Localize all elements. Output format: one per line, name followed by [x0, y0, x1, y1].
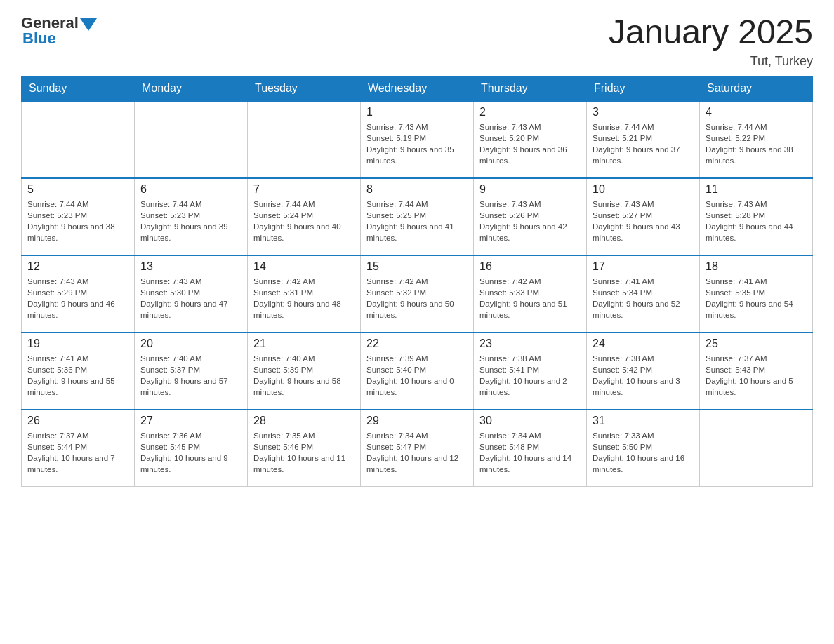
calendar-week-row: 5Sunrise: 7:44 AMSunset: 5:23 PMDaylight… — [22, 178, 813, 255]
day-number: 14 — [253, 260, 355, 273]
calendar-location: Tut, Turkey — [609, 54, 813, 69]
table-row: 6Sunrise: 7:44 AMSunset: 5:23 PMDaylight… — [135, 178, 248, 255]
col-sunday: Sunday — [22, 76, 135, 101]
table-row: 21Sunrise: 7:40 AMSunset: 5:39 PMDayligh… — [248, 333, 361, 410]
table-row: 17Sunrise: 7:41 AMSunset: 5:34 PMDayligh… — [587, 255, 700, 333]
table-row: 16Sunrise: 7:42 AMSunset: 5:33 PMDayligh… — [474, 255, 587, 333]
day-info: Sunrise: 7:37 AMSunset: 5:43 PMDaylight:… — [706, 353, 807, 398]
table-row: 19Sunrise: 7:41 AMSunset: 5:36 PMDayligh… — [22, 333, 135, 410]
day-number: 25 — [706, 337, 807, 350]
day-info: Sunrise: 7:35 AMSunset: 5:46 PMDaylight:… — [253, 430, 355, 475]
day-number: 23 — [479, 337, 581, 350]
table-row: 30Sunrise: 7:34 AMSunset: 5:48 PMDayligh… — [474, 410, 587, 487]
day-info: Sunrise: 7:43 AMSunset: 5:19 PMDaylight:… — [366, 121, 468, 166]
table-row: 28Sunrise: 7:35 AMSunset: 5:46 PMDayligh… — [248, 410, 361, 487]
table-row: 27Sunrise: 7:36 AMSunset: 5:45 PMDayligh… — [135, 410, 248, 487]
table-row: 13Sunrise: 7:43 AMSunset: 5:30 PMDayligh… — [135, 255, 248, 333]
day-info: Sunrise: 7:43 AMSunset: 5:20 PMDaylight:… — [479, 121, 581, 166]
day-info: Sunrise: 7:43 AMSunset: 5:28 PMDaylight:… — [706, 199, 807, 243]
day-info: Sunrise: 7:34 AMSunset: 5:47 PMDaylight:… — [366, 430, 468, 475]
table-row: 12Sunrise: 7:43 AMSunset: 5:29 PMDayligh… — [22, 255, 135, 333]
table-row: 18Sunrise: 7:41 AMSunset: 5:35 PMDayligh… — [700, 255, 813, 333]
day-number: 3 — [593, 106, 694, 119]
table-row — [248, 101, 361, 178]
logo-arrow-icon — [80, 18, 97, 31]
day-number: 8 — [366, 183, 468, 196]
day-number: 17 — [593, 260, 694, 273]
day-number: 6 — [140, 183, 241, 196]
day-info: Sunrise: 7:33 AMSunset: 5:50 PMDaylight:… — [593, 430, 694, 475]
table-row: 2Sunrise: 7:43 AMSunset: 5:20 PMDaylight… — [474, 101, 587, 178]
day-info: Sunrise: 7:44 AMSunset: 5:21 PMDaylight:… — [593, 121, 694, 166]
day-info: Sunrise: 7:39 AMSunset: 5:40 PMDaylight:… — [366, 353, 468, 398]
day-info: Sunrise: 7:43 AMSunset: 5:26 PMDaylight:… — [479, 199, 581, 243]
table-row: 31Sunrise: 7:33 AMSunset: 5:50 PMDayligh… — [587, 410, 700, 487]
day-number: 13 — [140, 260, 241, 273]
day-info: Sunrise: 7:43 AMSunset: 5:29 PMDaylight:… — [27, 276, 128, 321]
day-info: Sunrise: 7:44 AMSunset: 5:24 PMDaylight:… — [253, 199, 355, 243]
day-number: 9 — [479, 183, 581, 196]
day-info: Sunrise: 7:36 AMSunset: 5:45 PMDaylight:… — [140, 430, 241, 475]
day-info: Sunrise: 7:40 AMSunset: 5:37 PMDaylight:… — [140, 353, 241, 398]
table-row: 4Sunrise: 7:44 AMSunset: 5:22 PMDaylight… — [700, 101, 813, 178]
calendar-header-row: Sunday Monday Tuesday Wednesday Thursday… — [22, 76, 813, 101]
logo: General Blue — [21, 14, 98, 48]
table-row: 29Sunrise: 7:34 AMSunset: 5:47 PMDayligh… — [361, 410, 474, 487]
calendar-week-row: 12Sunrise: 7:43 AMSunset: 5:29 PMDayligh… — [22, 255, 813, 333]
day-info: Sunrise: 7:42 AMSunset: 5:32 PMDaylight:… — [366, 276, 468, 321]
col-friday: Friday — [587, 76, 700, 101]
table-row: 10Sunrise: 7:43 AMSunset: 5:27 PMDayligh… — [587, 178, 700, 255]
table-row: 15Sunrise: 7:42 AMSunset: 5:32 PMDayligh… — [361, 255, 474, 333]
table-row — [135, 101, 248, 178]
day-info: Sunrise: 7:44 AMSunset: 5:23 PMDaylight:… — [27, 199, 128, 243]
calendar-title: January 2025 — [609, 14, 813, 51]
col-tuesday: Tuesday — [248, 76, 361, 101]
day-info: Sunrise: 7:43 AMSunset: 5:30 PMDaylight:… — [140, 276, 241, 321]
day-number: 22 — [366, 337, 468, 350]
day-number: 20 — [140, 337, 241, 350]
day-number: 7 — [253, 183, 355, 196]
calendar-week-row: 26Sunrise: 7:37 AMSunset: 5:44 PMDayligh… — [22, 410, 813, 487]
table-row — [22, 101, 135, 178]
col-monday: Monday — [135, 76, 248, 101]
day-number: 30 — [479, 415, 581, 427]
day-info: Sunrise: 7:42 AMSunset: 5:31 PMDaylight:… — [253, 276, 355, 321]
page-header: General Blue January 2025 Tut, Turkey — [21, 14, 813, 69]
day-number: 11 — [706, 183, 807, 196]
day-info: Sunrise: 7:41 AMSunset: 5:36 PMDaylight:… — [27, 353, 128, 398]
day-info: Sunrise: 7:44 AMSunset: 5:25 PMDaylight:… — [366, 199, 468, 243]
table-row: 1Sunrise: 7:43 AMSunset: 5:19 PMDaylight… — [361, 101, 474, 178]
table-row: 7Sunrise: 7:44 AMSunset: 5:24 PMDaylight… — [248, 178, 361, 255]
day-number: 4 — [706, 106, 807, 119]
day-number: 10 — [593, 183, 694, 196]
table-row: 9Sunrise: 7:43 AMSunset: 5:26 PMDaylight… — [474, 178, 587, 255]
day-number: 1 — [366, 106, 468, 119]
calendar-week-row: 19Sunrise: 7:41 AMSunset: 5:36 PMDayligh… — [22, 333, 813, 410]
table-row: 22Sunrise: 7:39 AMSunset: 5:40 PMDayligh… — [361, 333, 474, 410]
day-info: Sunrise: 7:34 AMSunset: 5:48 PMDaylight:… — [479, 430, 581, 475]
table-row: 26Sunrise: 7:37 AMSunset: 5:44 PMDayligh… — [22, 410, 135, 487]
day-number: 16 — [479, 260, 581, 273]
table-row: 25Sunrise: 7:37 AMSunset: 5:43 PMDayligh… — [700, 333, 813, 410]
day-info: Sunrise: 7:38 AMSunset: 5:41 PMDaylight:… — [479, 353, 581, 398]
day-number: 5 — [27, 183, 128, 196]
calendar-table: Sunday Monday Tuesday Wednesday Thursday… — [21, 76, 813, 488]
day-number: 15 — [366, 260, 468, 273]
col-wednesday: Wednesday — [361, 76, 474, 101]
calendar-week-row: 1Sunrise: 7:43 AMSunset: 5:19 PMDaylight… — [22, 101, 813, 178]
day-number: 18 — [706, 260, 807, 273]
day-info: Sunrise: 7:44 AMSunset: 5:23 PMDaylight:… — [140, 199, 241, 243]
day-info: Sunrise: 7:41 AMSunset: 5:35 PMDaylight:… — [706, 276, 807, 321]
table-row: 3Sunrise: 7:44 AMSunset: 5:21 PMDaylight… — [587, 101, 700, 178]
logo-blue-text: Blue — [21, 29, 56, 48]
day-info: Sunrise: 7:40 AMSunset: 5:39 PMDaylight:… — [253, 353, 355, 398]
day-info: Sunrise: 7:37 AMSunset: 5:44 PMDaylight:… — [27, 430, 128, 475]
col-saturday: Saturday — [700, 76, 813, 101]
title-section: January 2025 Tut, Turkey — [609, 14, 813, 69]
table-row: 23Sunrise: 7:38 AMSunset: 5:41 PMDayligh… — [474, 333, 587, 410]
table-row — [700, 410, 813, 487]
day-info: Sunrise: 7:44 AMSunset: 5:22 PMDaylight:… — [706, 121, 807, 166]
day-number: 27 — [140, 415, 241, 427]
day-number: 29 — [366, 415, 468, 427]
table-row: 24Sunrise: 7:38 AMSunset: 5:42 PMDayligh… — [587, 333, 700, 410]
